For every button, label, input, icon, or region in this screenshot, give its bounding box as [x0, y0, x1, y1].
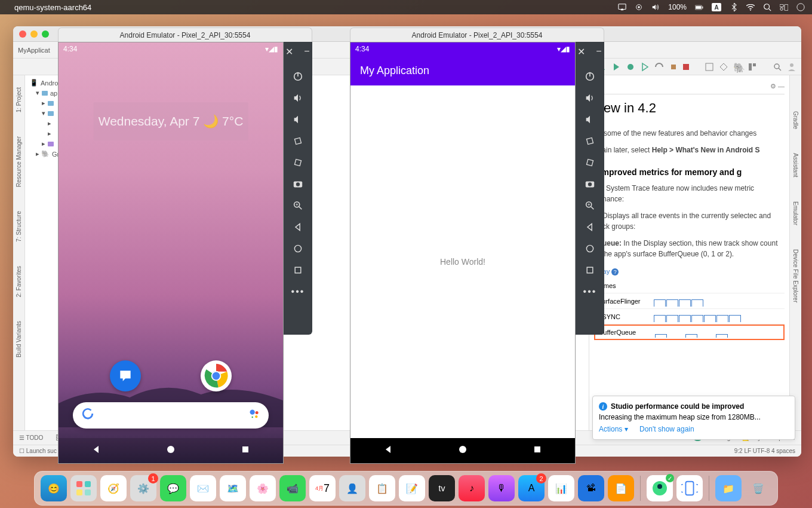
podcasts-icon[interactable]: 🎙 [488, 475, 515, 501]
mail-icon[interactable]: ✉️ [190, 475, 216, 501]
back-icon[interactable] [584, 221, 596, 233]
input-source-icon[interactable]: A [712, 3, 721, 11]
emulator-close-icon[interactable]: ✕ [575, 45, 587, 57]
emulator-dock-icon[interactable] [676, 475, 703, 501]
messages-icon[interactable]: 💬 [160, 475, 186, 501]
safari-icon[interactable]: 🧭 [100, 475, 127, 501]
rotate-right-icon[interactable] [292, 157, 304, 169]
volume-up-icon[interactable] [584, 92, 596, 104]
menubar-app-name[interactable]: qemu-system-aarch64 [14, 3, 91, 12]
volume-up-icon[interactable] [292, 92, 304, 104]
gutter-emulator[interactable]: Emulator [792, 201, 799, 225]
studio-project-tab[interactable]: MyApplicat [18, 47, 50, 54]
more-icon[interactable]: ••• [292, 286, 304, 298]
gutter-gradle[interactable]: Gradle [792, 111, 799, 129]
numbers-icon[interactable]: 📊 [548, 475, 574, 501]
back-button[interactable] [383, 445, 393, 457]
camera-icon[interactable] [292, 178, 304, 190]
zoom-icon[interactable] [292, 200, 304, 212]
contacts-icon[interactable]: 👤 [339, 475, 365, 501]
home-icon[interactable] [584, 243, 596, 255]
gutter-structure[interactable]: 7: Structure [16, 211, 22, 242]
user-icon[interactable] [787, 62, 796, 72]
google-search-bar[interactable] [73, 402, 269, 429]
androidstudio-icon[interactable]: ✓ [647, 475, 673, 501]
power-icon[interactable] [292, 71, 304, 82]
home-button[interactable] [166, 445, 176, 457]
calendar-icon[interactable]: 4月7 [309, 475, 336, 501]
maps-icon[interactable]: 🗺️ [220, 475, 246, 501]
attach-debug-icon[interactable] [669, 62, 678, 72]
overview-icon[interactable] [584, 264, 596, 276]
more-icon[interactable]: ••• [584, 286, 596, 298]
layout-icon[interactable] [748, 62, 757, 72]
back-button[interactable] [91, 445, 101, 457]
sync-icon[interactable]: 🐘 [733, 62, 743, 72]
recents-button[interactable] [241, 445, 250, 457]
back-icon[interactable] [292, 221, 304, 233]
airdrop-icon[interactable] [635, 3, 643, 11]
avd-icon[interactable] [705, 62, 714, 72]
wifi-icon[interactable] [746, 3, 755, 11]
gutter-assistant[interactable]: Assistant [792, 153, 799, 178]
zoom-icon[interactable] [584, 200, 596, 212]
control-center-icon[interactable] [780, 3, 788, 11]
notification-dismiss-link[interactable]: Don't show again [639, 425, 694, 433]
tv-icon[interactable]: tv [429, 475, 455, 501]
gear-icon[interactable]: ⚙ — [770, 82, 785, 90]
stop-icon[interactable] [683, 64, 689, 70]
pages-icon[interactable]: 📄 [608, 475, 634, 501]
emulator-title[interactable]: Android Emulator - Pixel_2_API_30:5554 [58, 27, 312, 42]
music-icon[interactable]: ♪ [459, 475, 485, 501]
window-controls[interactable] [19, 30, 49, 38]
siri-icon[interactable] [796, 3, 805, 11]
gutter-build[interactable]: Build Variants [16, 321, 22, 357]
assistant-icon[interactable] [248, 408, 260, 423]
chrome-app-icon[interactable] [201, 360, 232, 391]
emulator-screen-app[interactable]: 4:34 ▾◢▮ My Application Hello World! [350, 42, 576, 464]
spotlight-icon[interactable] [763, 3, 771, 11]
gutter-resource[interactable]: Resource Manager [16, 136, 22, 187]
rotate-left-icon[interactable] [292, 135, 304, 147]
battery-icon[interactable] [695, 3, 703, 11]
keynote-icon[interactable]: 📽 [578, 475, 604, 501]
bluetooth-icon[interactable] [730, 3, 738, 11]
todo-tab[interactable]: ☰ TODO [19, 434, 43, 441]
coverage-icon[interactable] [640, 62, 650, 72]
debug-icon[interactable] [626, 62, 635, 72]
screen-mirror-icon[interactable] [618, 3, 626, 11]
home-button[interactable] [458, 445, 467, 457]
weather-widget[interactable]: Wednesday, Apr 7 🌙 7°C [94, 102, 248, 140]
recents-button[interactable] [533, 445, 542, 457]
rotate-right-icon[interactable] [584, 157, 596, 169]
downloads-icon[interactable]: 📁 [715, 475, 742, 501]
volume-down-icon[interactable] [584, 114, 596, 126]
trash-icon[interactable]: 🗑️ [745, 475, 771, 501]
volume-icon[interactable] [651, 3, 660, 11]
rotate-left-icon[interactable] [584, 135, 596, 147]
reminders-icon[interactable]: 📋 [369, 475, 395, 501]
search-icon[interactable] [773, 62, 782, 72]
camera-icon[interactable] [584, 178, 596, 190]
messages-app-icon[interactable] [110, 360, 141, 391]
volume-down-icon[interactable] [292, 114, 304, 126]
notes-icon[interactable]: 📝 [399, 475, 425, 501]
emulator-screen-home[interactable]: 4:34 ▾◢▮ Wednesday, Apr 7 🌙 7°C [58, 42, 284, 464]
gutter-favorites[interactable]: 2: Favorites [16, 266, 22, 297]
finder-icon[interactable]: 😊 [41, 475, 67, 501]
run-icon[interactable] [611, 62, 621, 72]
appstore-icon[interactable]: A2 [518, 475, 545, 501]
emulator-close-icon[interactable]: ✕ [283, 45, 295, 57]
overview-icon[interactable] [292, 264, 304, 276]
launchpad-icon[interactable] [70, 475, 97, 501]
profile-icon[interactable] [654, 62, 664, 72]
photos-icon[interactable]: 🌸 [250, 475, 276, 501]
emulator-minimize-icon[interactable]: − [593, 45, 605, 57]
home-icon[interactable] [292, 243, 304, 255]
gutter-device[interactable]: Device File Explorer [792, 249, 799, 302]
power-icon[interactable] [584, 71, 596, 82]
facetime-icon[interactable]: 📹 [279, 475, 306, 501]
emulator-title[interactable]: Android Emulator - Pixel_2_API_30:5554 [350, 27, 604, 42]
emulator-minimize-icon[interactable]: − [301, 45, 313, 57]
sdk-icon[interactable] [719, 62, 728, 72]
